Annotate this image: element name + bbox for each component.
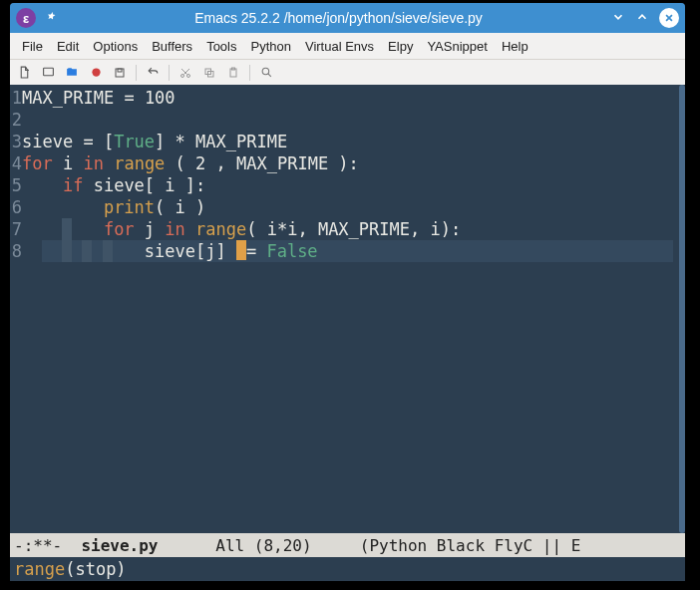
titlebar[interactable]: ε Emacs 25.2.2 /home/jon/python/sieve/si… [10, 3, 685, 33]
new-file-icon[interactable] [16, 65, 32, 81]
code-content: sieve = [True] * MAX_PRIME [22, 131, 287, 152]
svg-rect-4 [116, 69, 124, 77]
save-icon[interactable] [112, 65, 128, 81]
code-content: for j in range( i*i, MAX_PRIME, i): [22, 218, 461, 240]
modeline[interactable]: -:**- sieve.py All (8,20) (Python Black … [10, 533, 685, 557]
code-content: MAX_PRIME = 100 [22, 87, 175, 109]
cut-icon[interactable] [177, 65, 193, 81]
code-content: print( i ) [22, 196, 205, 218]
line-number: 7 [10, 218, 22, 240]
close-button[interactable] [659, 8, 679, 28]
open-file-icon[interactable] [40, 65, 56, 81]
menubar: File Edit Options Buffers Tools Python V… [10, 33, 685, 59]
code-line[interactable]: 8 sieve[j] = False [10, 240, 679, 262]
menu-python[interactable]: Python [244, 36, 296, 57]
code-content: for i in range ( 2 , MAX_PRIME ): [22, 152, 359, 174]
eldoc-fn: range [14, 559, 65, 579]
app-icon: ε [16, 8, 36, 28]
menu-yasnippet[interactable]: YASnippet [421, 36, 493, 57]
modeline-position: All (8,20) (Python Black FlyC || E [159, 536, 581, 555]
toolbar-separator [136, 65, 137, 81]
menu-file[interactable]: File [16, 36, 49, 57]
svg-line-15 [267, 74, 270, 77]
undo-icon[interactable] [145, 65, 161, 81]
svg-rect-5 [118, 69, 122, 72]
minimize-button[interactable] [611, 10, 625, 27]
svg-point-7 [187, 74, 190, 77]
code-line[interactable]: 6 print( i ) [10, 196, 679, 218]
code-line[interactable]: 7 for j in range( i*i, MAX_PRIME, i): [10, 218, 679, 240]
menu-options[interactable]: Options [87, 36, 144, 57]
code-line[interactable]: 1MAX_PRIME = 100 [10, 87, 679, 109]
code-line[interactable]: 2 [10, 109, 679, 131]
eldoc-args: (stop) [65, 559, 126, 579]
line-number: 1 [10, 87, 22, 109]
svg-point-3 [92, 68, 100, 76]
toolbar-separator [169, 65, 170, 81]
window-title: Emacs 25.2.2 /home/jon/python/sieve/siev… [66, 10, 611, 26]
search-icon[interactable] [258, 65, 274, 81]
code-line[interactable]: 4for i in range ( 2 , MAX_PRIME ): [10, 152, 679, 174]
code-content: if sieve[ i ]: [22, 174, 205, 196]
line-number: 6 [10, 196, 22, 218]
copy-icon[interactable] [201, 65, 217, 81]
toolbar [10, 59, 685, 85]
modeline-modified: -:**- [14, 536, 81, 555]
line-number: 2 [10, 109, 22, 131]
svg-point-14 [262, 68, 269, 75]
code-editor[interactable]: 1MAX_PRIME = 10023sieve = [True] * MAX_P… [10, 85, 685, 533]
menu-elpy[interactable]: Elpy [382, 36, 419, 57]
menu-edit[interactable]: Edit [51, 36, 85, 57]
emacs-window: ε Emacs 25.2.2 /home/jon/python/sieve/si… [10, 3, 685, 581]
menu-help[interactable]: Help [496, 36, 534, 57]
svg-rect-2 [43, 68, 53, 76]
window-controls [611, 8, 679, 28]
toolbar-separator [249, 65, 250, 81]
menu-virtual-envs[interactable]: Virtual Envs [299, 36, 380, 57]
code-content: sieve[j] = False [22, 240, 318, 262]
line-number: 4 [10, 152, 22, 174]
code-line[interactable]: 5 if sieve[ i ]: [10, 174, 679, 196]
line-number: 8 [10, 240, 22, 262]
code-lines: 1MAX_PRIME = 10023sieve = [True] * MAX_P… [10, 85, 679, 262]
pin-icon[interactable] [46, 10, 58, 26]
stop-icon[interactable] [88, 65, 104, 81]
line-number: 3 [10, 131, 22, 152]
modeline-filename: sieve.py [81, 536, 158, 555]
code-line[interactable]: 3sieve = [True] * MAX_PRIME [10, 131, 679, 152]
svg-point-6 [181, 74, 184, 77]
maximize-button[interactable] [635, 10, 649, 27]
menu-buffers[interactable]: Buffers [146, 36, 198, 57]
minibuffer[interactable]: range(stop) [10, 557, 685, 581]
folder-icon[interactable] [64, 65, 80, 81]
line-number: 5 [10, 174, 22, 196]
scrollbar-vertical[interactable] [679, 85, 685, 533]
text-cursor [236, 240, 246, 260]
paste-icon[interactable] [225, 65, 241, 81]
menu-tools[interactable]: Tools [200, 36, 242, 57]
